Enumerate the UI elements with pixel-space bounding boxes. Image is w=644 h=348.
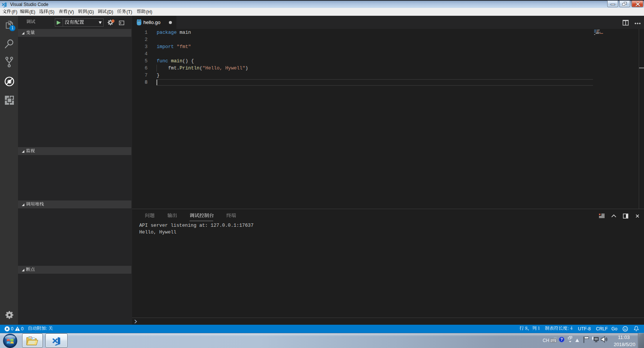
svg-text:?: ? [560,337,563,342]
